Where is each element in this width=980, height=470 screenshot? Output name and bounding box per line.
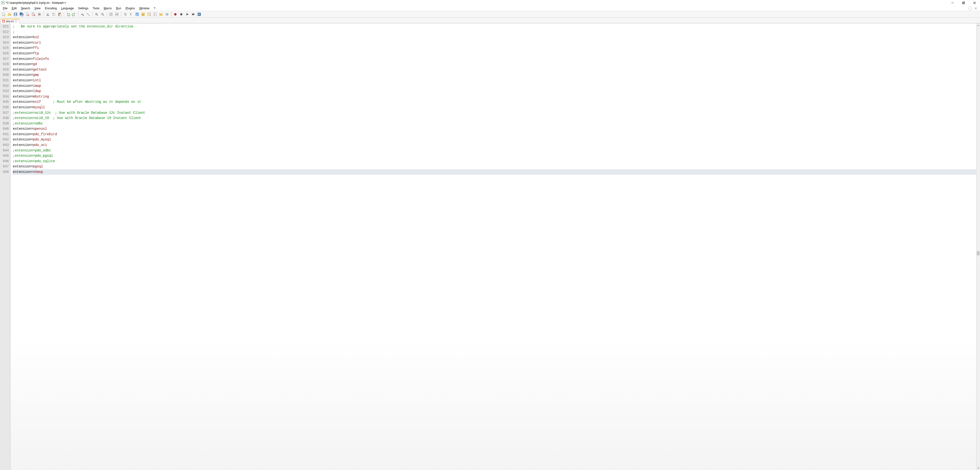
- code-line[interactable]: extension=ffi: [13, 45, 976, 51]
- menu-language[interactable]: Language: [59, 6, 76, 11]
- monitor-button[interactable]: [164, 12, 170, 17]
- sync-h-button[interactable]: [114, 12, 119, 17]
- code-line[interactable]: extension=fileinfo: [13, 56, 976, 62]
- code-line[interactable]: extension=pdo_oci: [13, 142, 976, 148]
- code-line[interactable]: extension=ftp: [13, 51, 976, 56]
- func-list-button[interactable]: f: [153, 12, 158, 17]
- indent-guide-button[interactable]: [135, 12, 140, 17]
- menu-tools[interactable]: Tools: [91, 6, 102, 11]
- redo-button[interactable]: [71, 12, 76, 17]
- code-line[interactable]: extension=curl: [13, 40, 976, 46]
- code-line[interactable]: extension=gd: [13, 62, 976, 67]
- sync-v-button[interactable]: [108, 12, 113, 17]
- scroll-down-button[interactable]: [977, 466, 980, 470]
- tab-php-ini[interactable]: php.ini: [0, 19, 19, 23]
- line-number: 939: [0, 121, 9, 126]
- line-number: 937: [0, 110, 9, 116]
- menu-view[interactable]: View: [32, 6, 43, 11]
- zoom-out-button[interactable]: [100, 12, 105, 17]
- cut-button[interactable]: [45, 12, 50, 17]
- line-number: 941: [0, 132, 9, 137]
- undo-button[interactable]: [65, 12, 71, 17]
- scroll-up-button[interactable]: [977, 23, 980, 27]
- info-icon[interactable]: i: [968, 6, 972, 10]
- doc-map-button[interactable]: [146, 12, 152, 17]
- code-editor[interactable]: ; Be sure to appropriately set the exten…: [11, 23, 976, 175]
- minimize-button[interactable]: [947, 0, 958, 6]
- svg-rect-13: [21, 15, 23, 16]
- lang-icon: ʊ: [141, 13, 145, 16]
- code-line[interactable]: ; Be sure to appropriately set the exten…: [13, 24, 976, 29]
- menu-plugins[interactable]: Plugins: [124, 6, 137, 11]
- code-line[interactable]: ;extension=pdo_pgsql: [13, 153, 976, 159]
- svg-point-51: [167, 14, 167, 15]
- sync-h-icon: [115, 13, 119, 16]
- print-button[interactable]: [37, 12, 42, 17]
- all-chars-button[interactable]: ¶: [129, 12, 134, 17]
- code-line[interactable]: ;extension=pdo_odbc: [13, 148, 976, 153]
- code-line[interactable]: extension=shmop: [13, 169, 976, 175]
- menu-encoding[interactable]: Encoding: [43, 6, 59, 11]
- code-line[interactable]: extension=mbstring: [13, 94, 976, 99]
- find-button[interactable]: ab: [80, 12, 85, 17]
- code-line[interactable]: extension=ldap: [13, 89, 976, 94]
- open-file-button[interactable]: [7, 12, 12, 17]
- code-line[interactable]: extension=imap: [13, 83, 976, 89]
- code-line[interactable]: extension=pdo_mysql: [13, 137, 976, 142]
- menu-window[interactable]: Window: [137, 6, 151, 11]
- play-macro-button[interactable]: [185, 12, 190, 17]
- code-line[interactable]: extension=exif ; Must be after mbstring …: [13, 99, 976, 105]
- code-line[interactable]: ;: [13, 29, 976, 35]
- vertical-scrollbar[interactable]: [976, 23, 980, 470]
- record-macro-button[interactable]: [173, 12, 178, 17]
- svg-rect-9: [14, 14, 16, 16]
- menu-file[interactable]: File: [1, 6, 9, 11]
- tabbar: php.ini: [0, 17, 980, 23]
- save-icon: [14, 13, 18, 16]
- lang-button[interactable]: ʊ: [140, 12, 146, 17]
- wordwrap-button[interactable]: [123, 12, 128, 17]
- replace-button[interactable]: abcd: [86, 12, 91, 17]
- code-line[interactable]: ;extension=odbc: [13, 121, 976, 126]
- play-multi-button[interactable]: [191, 12, 196, 17]
- code-line[interactable]: extension=intl: [13, 78, 976, 83]
- scrollbar-track[interactable]: [977, 27, 980, 466]
- menu-help[interactable]: ?: [152, 6, 157, 11]
- line-number: 924: [0, 40, 9, 46]
- svg-rect-21: [39, 15, 40, 16]
- code-line[interactable]: extension=gettext: [13, 67, 976, 73]
- code-line[interactable]: ;extension=pdo_sqlite: [13, 159, 976, 164]
- zoom-in-icon: [95, 13, 99, 16]
- close-all-tabs-button[interactable]: X: [974, 7, 978, 10]
- maximize-button[interactable]: [958, 0, 969, 6]
- save-button[interactable]: [13, 12, 18, 17]
- new-file-button[interactable]: [1, 12, 6, 17]
- code-line[interactable]: ;extension=oci8_12c ; Use with Oracle Da…: [13, 110, 976, 116]
- close-all-button[interactable]: [31, 12, 36, 17]
- code-line[interactable]: extension=pdo_firebird: [13, 132, 976, 137]
- code-line[interactable]: extension=pgsql: [13, 164, 976, 169]
- paste-button[interactable]: [57, 12, 62, 17]
- line-number-gutter: 9219229239249259269279289299309319329339…: [0, 23, 11, 470]
- code-line[interactable]: extension=openssl: [13, 126, 976, 132]
- code-line[interactable]: extension=bz2: [13, 35, 976, 40]
- tab-close-button[interactable]: [14, 20, 18, 23]
- close-button[interactable]: [969, 0, 980, 6]
- menu-search[interactable]: Search: [19, 6, 32, 11]
- save-macro-button[interactable]: [197, 12, 202, 17]
- svg-rect-10: [15, 13, 16, 14]
- close-file-button[interactable]: [25, 12, 30, 17]
- copy-button[interactable]: [51, 12, 56, 17]
- menu-edit[interactable]: Edit: [10, 6, 19, 11]
- stop-macro-button[interactable]: [179, 12, 184, 17]
- zoom-in-button[interactable]: [94, 12, 99, 17]
- code-line[interactable]: extension=mysqli: [13, 105, 976, 110]
- code-line[interactable]: extension=gmp: [13, 72, 976, 78]
- menu-settings[interactable]: Settings: [76, 6, 90, 11]
- menu-macro[interactable]: Macro: [102, 6, 113, 11]
- save-all-button[interactable]: [19, 12, 24, 17]
- menu-run[interactable]: Run: [114, 6, 123, 11]
- folder-button[interactable]: [158, 12, 164, 17]
- code-line[interactable]: ;extension=oci8_19 ; Use with Oracle Dat…: [13, 116, 976, 121]
- scrollbar-thumb[interactable]: [977, 251, 980, 256]
